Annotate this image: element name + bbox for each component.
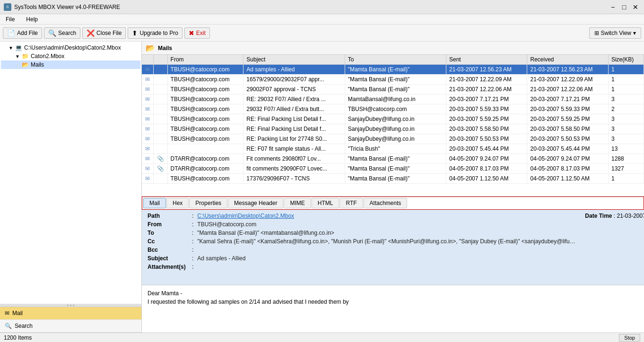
close-button[interactable]: ✕ (631, 2, 640, 12)
row-attachment-icon (153, 144, 167, 154)
upgrade-button[interactable]: ⬆ Upgrade to Pro (128, 27, 182, 39)
tab-html[interactable]: HTML (312, 198, 339, 208)
close-file-icon: ❌ (87, 29, 95, 37)
menu-bar: File Help (0, 14, 644, 25)
row-attachment-icon: 📎 (153, 164, 167, 174)
toolbar: 📄 Add File 🔍 Search ❌ Close File ⬆ Upgra… (0, 25, 644, 42)
row-from: DTARR@catocorp.com (167, 164, 244, 174)
row-size: 2 (608, 104, 644, 114)
tab-attachments[interactable]: Attachments (364, 198, 408, 208)
col-sent[interactable]: Sent (446, 55, 527, 65)
row-size: 3 (608, 94, 644, 104)
mail-list-container[interactable]: From Subject To Sent Received Size(KB) ✉… (142, 55, 644, 197)
row-subject: RE: Final Packing List Detail f... (244, 114, 345, 124)
tab-mime[interactable]: MIME (284, 198, 311, 208)
path-value[interactable]: C:\Users\admin\Desktop\Caton2.Mbox (197, 213, 575, 219)
col-checkbox[interactable] (142, 55, 153, 65)
col-received[interactable]: Received (527, 55, 608, 65)
row-subject: 29002F07 approval - TCNS (244, 85, 345, 94)
switch-view-button[interactable]: ⊞ Switch View ▾ (589, 27, 641, 39)
folder-tree: ▼ 💻 C:\Users\admin\Desktop\Caton2.Mbox ▼… (0, 42, 141, 304)
window-controls[interactable]: − □ ✕ (608, 2, 640, 12)
row-attachment-icon (153, 75, 167, 85)
detail-attachments-row: Attachment(s) : (148, 264, 575, 270)
mail-label: Mail (12, 310, 23, 316)
row-checkbox: ✉ (142, 164, 153, 174)
table-row[interactable]: ✉ TBUSH@catocorp.com 29002F07 approval -… (142, 85, 644, 94)
stop-button[interactable]: Stop (619, 334, 640, 342)
col-from[interactable]: From (167, 55, 244, 65)
search-button[interactable]: 🔍 Search (44, 27, 80, 39)
table-row[interactable]: ✉ TBUSH@catocorp.com RE: Final Packing L… (142, 124, 644, 134)
tab-rtf[interactable]: RTF (339, 198, 363, 208)
row-received: 20-03-2007 5.59.33 PM (527, 104, 608, 114)
tree-item-mbox[interactable]: ▼ 📁 Caton2.Mbox (1, 52, 140, 60)
table-row[interactable]: ✉ TBUSH@catocorp.com Ad samples - Allied… (142, 65, 644, 75)
tab-hex[interactable]: Hex (166, 198, 189, 208)
col-subject[interactable]: Subject (244, 55, 345, 65)
row-to: SanjayDubey@lifung.co.in (345, 124, 446, 134)
detail-subject-row: Subject : Ad samples - Allied (148, 255, 575, 262)
row-checkbox: ✉ (142, 65, 153, 75)
exit-button[interactable]: ✖ Exit (184, 27, 210, 39)
row-checkbox: ✉ (142, 144, 153, 154)
col-to[interactable]: To (345, 55, 446, 65)
sidebar-search-item[interactable]: 🔍 Search (0, 320, 141, 333)
row-from (167, 144, 244, 154)
row-sent: 04-05-2007 1.12.50 AM (446, 174, 527, 184)
row-attachment-icon: 📎 (153, 154, 167, 164)
minimize-button[interactable]: − (608, 2, 618, 12)
row-to: "Mamta Bansal (E-mail)" (345, 85, 446, 94)
row-checkbox: ✉ (142, 114, 153, 124)
table-row[interactable]: ✉ TBUSH@catocorp.com RE: 29032 F07/ Alli… (142, 94, 644, 104)
row-to: "Mamta Bansal (E-mail)" (345, 65, 446, 75)
mails-folder-icon: 📂 (146, 43, 155, 52)
table-row[interactable]: ✉ TBUSH@catocorp.com RE: Packing List fo… (142, 134, 644, 144)
row-from: TBUSH@catocorp.com (167, 104, 244, 114)
table-row[interactable]: ✉ 📎 DTARR@catocorp.com Fit comments 2908… (142, 154, 644, 164)
tree-item-mails[interactable]: 📂 Mails (1, 60, 140, 69)
row-sent: 20-03-2007 5.58.50 PM (446, 124, 527, 134)
row-received: 21-03-2007 12.56.23 AM (527, 65, 608, 75)
attachments-label: Attachment(s) (148, 264, 190, 270)
table-row[interactable]: ✉ TBUSH@catocorp.com 17376/29096F07 - TC… (142, 174, 644, 184)
cc-value: "Kamal Sehra (E-mail)" <KamalSehra@lifun… (197, 238, 575, 245)
row-subject: RE: 29032 F07/ Allied / Extra ... (244, 94, 345, 104)
row-from: TBUSH@catocorp.com (167, 174, 244, 184)
mail-detail: Path : C:\Users\admin\Desktop\Caton2.Mbo… (142, 210, 644, 285)
col-attachment[interactable] (153, 55, 167, 65)
search-icon: 🔍 (48, 29, 56, 37)
tab-mail[interactable]: Mail (143, 198, 166, 208)
close-file-button[interactable]: ❌ Close File (82, 27, 126, 39)
tab-properties[interactable]: Properties (189, 198, 227, 208)
detail-cc-row: Cc : "Kamal Sehra (E-mail)" <KamalSehra@… (148, 238, 575, 245)
table-row[interactable]: ✉ TBUSH@catocorp.com RE: Final Packing L… (142, 114, 644, 124)
table-row[interactable]: ✉ 📎 DTARR@catocorp.com fit comments 2909… (142, 164, 644, 174)
from-value: TBUSH@catocorp.com (197, 221, 575, 228)
tree-item-root[interactable]: ▼ 💻 C:\Users\admin\Desktop\Caton2.Mbox (1, 43, 140, 52)
add-file-button[interactable]: 📄 Add File (3, 27, 42, 39)
row-size: 1 (608, 75, 644, 85)
tab-message-header[interactable]: Message Header (228, 198, 283, 208)
row-received: 04-05-2007 9.24.07 PM (527, 154, 608, 164)
menu-file[interactable]: File (3, 15, 17, 24)
maximize-button[interactable]: □ (619, 2, 629, 12)
search-icon-sidebar: 🔍 (5, 323, 12, 329)
row-size: 1 (608, 174, 644, 184)
to-label: To (148, 230, 190, 236)
table-row[interactable]: ✉ TBUSH@catocorp.com 16579/29000/29032F0… (142, 75, 644, 85)
table-row[interactable]: ✉ RE: F07 fit sample status - All... "Tr… (142, 144, 644, 154)
col-size[interactable]: Size(KB) (608, 55, 644, 65)
row-attachment-icon (153, 85, 167, 94)
sidebar-mail-item[interactable]: ✉ Mail (0, 307, 141, 320)
title-bar: S SysTools MBOX Viewer v4.0-FREEWARE − □… (0, 0, 644, 14)
mails-title: Mails (158, 45, 172, 51)
to-value: "Mamta Bansal (E-mail)" <mamtabansal@lif… (197, 230, 575, 236)
row-sent: 21-03-2007 12.22.06 AM (446, 85, 527, 94)
row-subject: Fit comments 29080f07 Lov... (244, 154, 345, 164)
collapse-icon-2: ▼ (15, 54, 20, 59)
menu-help[interactable]: Help (23, 15, 41, 24)
row-subject: Ad samples - Allied (244, 65, 345, 75)
row-received: 04-05-2007 1.12.50 AM (527, 174, 608, 184)
table-row[interactable]: ✉ TBUSH@catocorp.com 29032 F07/ Allied /… (142, 104, 644, 114)
